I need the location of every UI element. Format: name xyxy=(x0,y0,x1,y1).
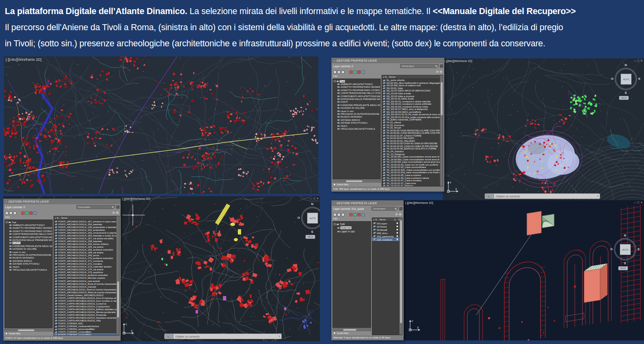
layer-status-icon[interactable] xyxy=(383,135,386,137)
layer-status-icon[interactable] xyxy=(55,329,58,330)
layer-row[interactable]: FONTI_CARTA ARCHEOLOGICA_Edificio absida… xyxy=(54,308,119,311)
layer-filter-item[interactable]: Layer in uso xyxy=(334,110,380,112)
layer-status-icon[interactable] xyxy=(55,294,58,296)
layer-filter-item[interactable]: CARATTERIZZAZIONE DELLO STATO DEI xyxy=(334,92,380,95)
layer-status-icon[interactable] xyxy=(55,235,58,236)
layer-status-icon[interactable] xyxy=(55,317,58,319)
new-layer-icon[interactable] xyxy=(349,213,353,216)
new-group-filter-icon[interactable] xyxy=(9,211,12,215)
viewcube-south-label[interactable]: S xyxy=(625,91,627,95)
column-header-stato[interactable]: S... xyxy=(385,76,388,78)
tree-horizontal-scrollbar[interactable] xyxy=(332,180,381,182)
layer-row[interactable]: FONTI_CORSINI_romanaBlan xyxy=(54,334,119,336)
layer-row[interactable]: TA_16.00.00e_Casa monocellulare senza ar… xyxy=(382,158,443,161)
layer-filter-item[interactable]: FONTI xyxy=(334,101,380,104)
layer-status-icon[interactable] xyxy=(383,85,386,87)
list-vertical-scrollbar[interactable] xyxy=(399,218,402,335)
layer-row[interactable]: TA_16.02.01.02d_casa monocellulare a tre… xyxy=(382,171,443,174)
layer-status-icon[interactable] xyxy=(55,323,58,324)
layer-status-icon[interactable] xyxy=(373,229,376,230)
layer-filter-item[interactable]: ASSETTO PROPRIETARIO MODERNO xyxy=(334,86,380,89)
layer-filter-item[interactable]: TIPOLOGIA ARCHITETTONICA xyxy=(6,268,52,271)
column-header-nome[interactable]: Nome xyxy=(389,76,443,78)
layer-filter-root[interactable]: −Tutti xyxy=(6,221,52,224)
panel-grip-icon[interactable] xyxy=(5,201,7,203)
layer-row[interactable]: FONTI_ARCHEOLOGICA_166_ambienti sostrutt… xyxy=(54,248,119,251)
viewcube-north-label[interactable]: N xyxy=(311,202,314,206)
panel-grip-icon[interactable] xyxy=(333,60,335,62)
layer-row[interactable]: FONTI_CARTA ARCHEOLOGICA_Arco di ingress… xyxy=(54,296,119,299)
close-icon[interactable]: × xyxy=(317,197,318,200)
viewcube-north-label[interactable]: N xyxy=(624,234,626,237)
layer-status-icon[interactable] xyxy=(383,106,386,108)
new-group-filter-icon[interactable] xyxy=(337,70,341,74)
layer-row[interactable]: TA.16.03.02.03_CASA IN LINEA DI RIFUSION… xyxy=(382,145,443,148)
panel-title-bar[interactable]: GESTORE PROPRIETÀ LAYER xyxy=(332,58,444,63)
layer-filter-item[interactable]: DATAZIONE DELLE PRESENZE MATERIAL xyxy=(6,238,52,241)
layer-status-icon[interactable] xyxy=(383,127,386,128)
layer-states-manager-icon[interactable] xyxy=(13,211,17,215)
panel-properties-icon[interactable] xyxy=(116,205,120,209)
viewcube-east-label[interactable]: E xyxy=(638,77,640,81)
command-bar[interactable]: >_Digitare un comando▾ xyxy=(485,193,600,199)
layer-status-icon[interactable] xyxy=(373,238,376,240)
layer-status-icon[interactable] xyxy=(55,283,58,285)
layer-status-icon[interactable] xyxy=(55,260,58,262)
column-header-extra-2[interactable]: C... xyxy=(394,218,398,221)
scrollbar-thumb[interactable] xyxy=(343,329,356,331)
layer-status-icon[interactable] xyxy=(383,109,386,110)
new-property-filter-icon[interactable] xyxy=(333,70,336,74)
layer-status-icon[interactable] xyxy=(383,174,386,176)
layer-row[interactable]: FONTI_ARCHEOLOGICA_165_via antica xyxy=(54,245,119,248)
close-icon[interactable]: × xyxy=(641,59,642,62)
layer-filter-item[interactable]: AMBIENTI ARCHITETTONICI xyxy=(334,83,380,85)
layer-filter-item[interactable]: TIPOLOGIA ARCHITETTONICA xyxy=(334,127,380,130)
cad-map-canvas-aniene[interactable] xyxy=(4,56,318,194)
layer-status-icon[interactable] xyxy=(55,249,58,251)
scrollbar-thumb[interactable] xyxy=(346,180,362,182)
layer-row[interactable]: SS.02.01b_Muri tradizionali in pietrame … xyxy=(382,82,443,85)
layer-row[interactable]: FONTI_Canali Giuliani_ARCHEOLOGICO xyxy=(54,294,119,296)
layer-list[interactable]: «S...NomeSL_porte urbicheSS.02.01b_Muri … xyxy=(382,75,443,187)
layer-filter-root[interactable]: −Tutti xyxy=(334,80,380,83)
layer-status-icon[interactable] xyxy=(383,148,386,150)
layer-row[interactable]: FONTI_ARCHEOLOGICA_Resti di incerta inte… xyxy=(54,282,119,285)
delete-layer-icon[interactable] xyxy=(357,70,361,74)
collapse-columns-icon[interactable]: « xyxy=(383,76,384,78)
window-buttons[interactable]: –□× xyxy=(633,201,642,204)
command-bar[interactable]: >_Digitare un comando▾ xyxy=(164,334,282,339)
layer-row[interactable]: TA_16.02.01.02_Casa con tre livelli con … xyxy=(382,164,443,166)
layer-status-icon[interactable] xyxy=(55,326,58,327)
layer-status-icon[interactable] xyxy=(55,238,58,239)
scrollbar-thumb[interactable] xyxy=(117,282,119,317)
layer-status-icon[interactable] xyxy=(373,222,376,224)
layer-row[interactable]: TA.16.03.02.03 CASA IN LINEA DI RIFUSION… xyxy=(382,142,443,145)
layer-status-icon[interactable] xyxy=(55,226,58,228)
layer-status-icon[interactable] xyxy=(383,140,386,142)
layer-filter-item[interactable]: COMPONENTI ARCHITETTONICHE_ xyxy=(334,95,380,97)
layer-row[interactable]: FONTI_CARTA ARCHEOLOGICA_Posterula xyxy=(54,314,119,317)
layer-status-icon[interactable] xyxy=(55,278,58,279)
layer-filter-item[interactable]: RILIEVO MURARIO xyxy=(6,257,52,259)
layer-status-icon[interactable] xyxy=(55,257,58,259)
tree-horizontal-scrollbar[interactable] xyxy=(4,329,53,332)
set-current-layer-icon[interactable] xyxy=(33,211,37,215)
settings-icon[interactable]: ⚙ xyxy=(399,213,402,216)
layer-status-icon[interactable] xyxy=(373,232,376,234)
cad-3d-canvas-componenti[interactable] xyxy=(404,200,644,340)
invert-filter-checkbox[interactable] xyxy=(5,332,8,335)
layer-freeze-icon[interactable] xyxy=(396,232,398,234)
tree-horizontal-scrollbar[interactable] xyxy=(332,328,371,331)
layer-filter-tree[interactable]: −TuttiAMBIENTI ARCHITETTONICIASSETTO PRO… xyxy=(332,79,381,179)
search-layer-input[interactable]: Cerca layer xyxy=(400,64,439,68)
layer-status-icon[interactable] xyxy=(383,138,386,139)
set-current-layer-icon[interactable] xyxy=(361,213,365,216)
layer-row[interactable]: 015_murature xyxy=(372,238,402,241)
tree-expand-icon[interactable]: − xyxy=(334,80,336,82)
layer-status-icon[interactable] xyxy=(55,272,58,274)
viewcube-wcs-menu[interactable]: WCS xyxy=(305,235,315,239)
layer-row[interactable]: FONTI_CARTA ARCHEOLOGICA_Mensa ponderari… xyxy=(54,311,119,314)
layer-status-icon[interactable] xyxy=(383,111,386,113)
layer-row[interactable]: FONTI_ARCHEOLOGICA_Mercato coperto xyxy=(54,277,119,280)
layer-row[interactable]: FONTI_ARCHEOLOGICI_Resti di incerta inte… xyxy=(54,288,119,291)
